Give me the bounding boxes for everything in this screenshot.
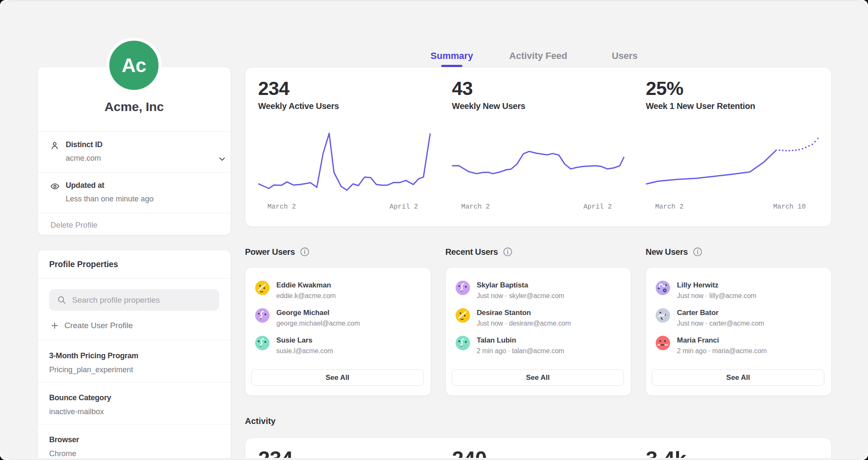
activity-section-title: Activity — [245, 415, 275, 427]
property-name: 3-Month Pricing Program — [49, 351, 219, 361]
user-subtitle: eddie.k@acme.com — [276, 290, 336, 301]
avatar — [656, 336, 670, 350]
property-value: Pricing_plan_experiment — [49, 365, 219, 375]
profile-properties-card: Profile Properties — [37, 250, 231, 458]
metric-week1-retention: 25% Week 1 New User Retention March 2 Ma… — [646, 67, 818, 226]
recent-users-title: Recent Users — [445, 247, 498, 257]
recent-users-header: Recent Users — [445, 242, 632, 262]
metric-value: 234 — [258, 78, 431, 99]
new-users-header: New Users — [645, 242, 832, 262]
metric-title: Week 1 New User Retention — [646, 101, 818, 112]
user-section-headers: Power Users Recent Users — [245, 242, 832, 262]
property-name: Browser — [49, 435, 219, 445]
x-tick-end: March 10 — [773, 203, 806, 211]
metric-title: Weekly Active Users — [258, 101, 431, 112]
user-name: Susie Lars — [276, 335, 333, 346]
eye-icon — [50, 181, 60, 193]
user-subtitle: Just now · carter@acme.com — [677, 318, 764, 329]
user-name: Carter Bator — [677, 307, 764, 318]
weekly-active-users-chart — [258, 133, 431, 191]
activity-stat: 3.4k — [646, 438, 818, 458]
delete-profile-button[interactable]: Delete Profile — [38, 213, 231, 237]
chevron-down-icon[interactable] — [217, 154, 227, 166]
divider — [38, 278, 231, 279]
tab-users-label: Users — [612, 50, 637, 61]
summary-metrics-card: 234 Weekly Active Users March 2 April 2 … — [245, 67, 832, 227]
user-subtitle: 2 min ago · maria@acme.com — [677, 346, 767, 356]
user-name: Skylar Baptista — [477, 280, 565, 290]
plus-icon — [50, 321, 59, 330]
user-name: Talan Lubin — [477, 335, 565, 346]
user-lists: Eddie Kwakman eddie.k@acme.com George Mi… — [245, 267, 832, 396]
updated-at-value: Less than one minute ago — [66, 193, 218, 204]
tab-summary-label: Summary — [431, 50, 473, 61]
metric-weekly-active-users: 234 Weekly Active Users March 2 April 2 — [258, 67, 431, 226]
avatar — [456, 308, 470, 323]
distinct-id-value: acme.com — [66, 153, 218, 164]
x-tick-start: March 2 — [461, 203, 490, 211]
activity-stat: 240 — [452, 438, 624, 458]
activity-stat-value: 3.4k — [646, 449, 818, 458]
property-value: inactive-mailbox — [49, 407, 219, 417]
avatar — [456, 336, 470, 350]
metric-weekly-new-users: 43 Weekly New Users March 2 April 2 — [452, 67, 624, 226]
search-input[interactable] — [49, 289, 219, 311]
property-row: 3-Month Pricing Program Pricing_plan_exp… — [38, 340, 231, 382]
create-user-profile-button[interactable]: Create User Profile — [38, 311, 231, 340]
user-name: Lilly Herwitz — [677, 280, 756, 290]
tab-bar: Summary Activity Feed Users — [245, 45, 832, 67]
info-icon[interactable] — [503, 247, 512, 256]
list-item[interactable]: Maria Franci 2 min ago · maria@acme.com — [656, 336, 821, 356]
see-all-button[interactable]: See All — [452, 369, 624, 386]
see-all-button[interactable]: See All — [652, 369, 824, 386]
metric-title: Weekly New Users — [452, 101, 624, 112]
distinct-id-row[interactable]: Distinct ID acme.com — [38, 132, 231, 172]
list-item[interactable]: Eddie Kwakman eddie.k@acme.com — [255, 281, 421, 301]
week1-retention-chart — [646, 133, 818, 191]
property-row: Browser Chrome — [38, 424, 231, 458]
avatar — [255, 308, 270, 323]
user-name: George Michael — [276, 307, 360, 318]
create-user-profile-label: Create User Profile — [64, 321, 133, 330]
list-item[interactable]: George Michael george.michael@acme.com — [255, 308, 421, 329]
list-item[interactable]: Susie Lars susie.l@acme.com — [255, 336, 421, 356]
profile-properties-title: Profile Properties — [38, 250, 231, 278]
metric-value: 25% — [646, 78, 818, 99]
activity-stat-value: 240 — [452, 449, 624, 458]
list-item[interactable]: Carter Bator Just now · carter@acme.com — [656, 308, 821, 329]
list-item[interactable]: Skylar Baptista Just now · skyler@acme.c… — [456, 281, 621, 301]
tab-activity-feed[interactable]: Activity Feed — [495, 45, 581, 67]
user-name: Desirae Stanton — [477, 307, 571, 318]
search-icon — [57, 295, 67, 307]
tab-summary[interactable]: Summary — [409, 45, 495, 67]
new-users-title: New Users — [645, 247, 688, 257]
metric-value: 43 — [452, 78, 624, 99]
info-icon[interactable] — [300, 247, 309, 256]
avatar — [656, 308, 670, 323]
see-all-button[interactable]: See All — [251, 369, 424, 386]
avatar — [255, 281, 270, 295]
user-subtitle: george.michael@acme.com — [276, 318, 360, 329]
page-background: Ac Acme, Inc Distinct ID acme.com — [0, 0, 868, 460]
user-subtitle: Just now · desirare@acme.com — [477, 318, 571, 329]
info-icon[interactable] — [693, 247, 702, 256]
user-name: Eddie Kwakman — [276, 280, 336, 290]
recent-users-card: Skylar Baptista Just now · skyler@acme.c… — [445, 267, 632, 396]
property-row: Bounce Category inactive-mailbox — [38, 382, 231, 424]
list-item[interactable]: Lilly Herwitz Just now · lilly@acme.com — [656, 281, 821, 301]
updated-at-row: Updated at Less than one minute ago — [38, 173, 231, 213]
property-name: Bounce Category — [49, 393, 219, 403]
x-tick-start: March 2 — [655, 203, 684, 211]
power-users-title: Power Users — [245, 247, 295, 257]
activity-stat-value: 234 — [258, 449, 431, 458]
list-item[interactable]: Talan Lubin 2 min ago · talan@acme.com — [456, 336, 621, 356]
avatar — [456, 281, 470, 295]
avatar — [255, 336, 270, 350]
activity-stat: 234 — [258, 438, 431, 458]
list-item[interactable]: Desirae Stanton Just now · desirare@acme… — [456, 308, 621, 329]
tab-users[interactable]: Users — [581, 45, 668, 67]
x-axis-labels: March 2 March 10 — [646, 203, 818, 211]
avatar — [656, 281, 670, 295]
power-users-card: Eddie Kwakman eddie.k@acme.com George Mi… — [245, 267, 431, 396]
tab-activity-feed-label: Activity Feed — [509, 50, 568, 61]
